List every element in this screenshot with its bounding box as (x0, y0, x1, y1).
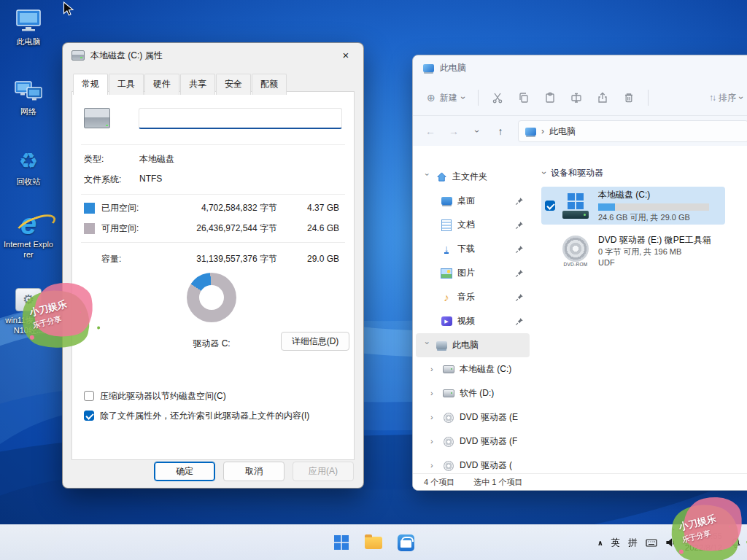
this-pc-icon (525, 128, 536, 136)
details-button[interactable]: 详细信息(D) (281, 332, 349, 351)
forward-button[interactable]: → (444, 122, 464, 141)
drive-info: 0 字节 可用, 共 196 MB (598, 246, 711, 257)
share-button[interactable] (590, 87, 615, 109)
disk-usage-donut-chart (187, 273, 236, 322)
close-button[interactable]: × (333, 47, 359, 64)
dialog-title: 本地磁盘 (C:) 属性 (90, 50, 163, 62)
drive-name: DVD 驱动器 (E:) 微PE工具箱 (598, 234, 711, 246)
taskbar-store-button[interactable] (391, 528, 420, 557)
notification-bell-icon[interactable] (730, 537, 741, 548)
sidebar-item-dvd-f[interactable]: › DVD 驱动器 (F (416, 429, 530, 454)
chevron-down-icon[interactable]: › (423, 342, 431, 349)
sidebar-item-pictures[interactable]: 图片 (416, 261, 530, 285)
tray-time: 14:55 (685, 531, 722, 542)
sidebar-item-documents[interactable]: 文档 (416, 213, 530, 237)
pin-icon (515, 293, 524, 302)
tab-security[interactable]: 安全 (216, 74, 251, 95)
rename-button[interactable] (564, 87, 589, 109)
devices-and-drives-header[interactable]: › 设备和驱动器 (533, 165, 747, 181)
filesystem-row: 文件系统: NTFS (84, 174, 339, 186)
drive-tile-dvd-e[interactable]: DVD-ROM DVD 驱动器 (E:) 微PE工具箱 0 字节 可用, 共 1… (541, 232, 725, 270)
touch-keyboard-icon[interactable] (646, 537, 657, 548)
breadcrumb: 此电脑 (549, 125, 576, 138)
desktop-icon-label: Internet Explorer (3, 240, 54, 260)
taskbar-clock[interactable]: 14:55 2022/8/12 (685, 531, 722, 553)
drive-tile-partial-2[interactable] (734, 232, 747, 270)
explorer-status-bar: 4 个项目 选中 1 个项目 (413, 473, 747, 490)
drive-filesystem: UDF (598, 257, 711, 268)
sidebar-item-music[interactable]: ♪ 音乐 (416, 285, 530, 309)
dialog-titlebar[interactable]: 本地磁盘 (C:) 属性 (63, 43, 363, 68)
compress-checkbox[interactable] (84, 391, 94, 401)
tray-overflow-chevron-icon[interactable]: ∧ (597, 539, 603, 547)
desktop-icon-network[interactable]: 网络 (3, 77, 54, 117)
tool-gear-icon: ⚙ (15, 286, 42, 314)
address-box[interactable]: › 此电脑 (518, 120, 747, 142)
up-button[interactable]: ↑ (490, 122, 511, 141)
chevron-down-icon[interactable]: › (423, 174, 431, 181)
tab-sharing[interactable]: 共享 (180, 74, 215, 95)
compress-checkbox-row[interactable]: 压缩此驱动器以节约磁盘空间(C) (84, 391, 344, 401)
chevron-right-icon[interactable]: › (430, 365, 438, 373)
drive-tile-local-disk-c[interactable]: 本地磁盘 (C:) 24.6 GB 可用, 共 29.0 GB (541, 187, 725, 225)
sidebar-item-local-disk-c[interactable]: › 本地磁盘 (C:) (416, 357, 530, 381)
tab-tools[interactable]: 工具 (109, 74, 144, 95)
used-space-row: 已用空间: 4,702,584,832 字节 4.37 GB (84, 201, 339, 214)
drive-icon (71, 50, 85, 61)
index-checkbox-row[interactable]: 除了文件属性外，还允许索引此驱动器上文件的内容(I) (84, 411, 344, 421)
explorer-titlebar[interactable]: 此电脑 (413, 55, 747, 80)
home-icon (436, 171, 447, 183)
chevron-right-icon[interactable]: › (430, 462, 438, 470)
ok-button[interactable]: 确定 (154, 462, 215, 481)
sidebar-item-downloads[interactable]: ↓ 下载 (416, 237, 530, 261)
paste-button[interactable] (538, 87, 562, 109)
ime-indicator-en[interactable]: 英 (611, 537, 621, 549)
index-checkbox[interactable] (84, 411, 94, 421)
cut-button[interactable] (485, 87, 510, 109)
drive-tile-partial[interactable] (734, 187, 747, 225)
pin-icon (515, 245, 524, 254)
desktop-icon-label: 回收站 (17, 177, 41, 187)
sidebar-item-dvd-3[interactable]: › DVD 驱动器 ( (416, 454, 530, 474)
delete-button[interactable] (616, 87, 641, 109)
drive-info: 24.6 GB 可用, 共 29.0 GB (598, 212, 709, 222)
tile-checkbox[interactable] (545, 201, 555, 211)
back-button[interactable]: ← (420, 122, 441, 141)
volume-icon[interactable] (665, 537, 677, 548)
explorer-title: 此电脑 (440, 62, 466, 74)
start-button[interactable] (327, 528, 356, 557)
chevron-right-icon[interactable]: › (430, 413, 438, 421)
pin-icon (515, 317, 524, 326)
desktop-icon-internet-explorer[interactable]: e Internet Explorer (3, 210, 54, 260)
apply-button[interactable]: 应用(A) (293, 462, 354, 481)
sidebar-item-this-pc[interactable]: › 此电脑 (416, 333, 530, 357)
sidebar-item-drive-d[interactable]: › 软件 (D:) (416, 381, 530, 405)
tab-general[interactable]: 常规 (73, 74, 108, 95)
sidebar-item-desktop[interactable]: 桌面 (416, 189, 530, 213)
copy-button[interactable] (511, 87, 536, 109)
new-button[interactable]: ⊕ 新建 › (420, 88, 471, 108)
tab-hardware[interactable]: 硬件 (144, 74, 179, 95)
copy-icon (518, 92, 530, 104)
taskbar-explorer-button[interactable] (359, 528, 388, 557)
tab-quota[interactable]: 配额 (252, 74, 287, 95)
explorer-address-bar: ← → › ↑ › 此电脑 (413, 116, 747, 147)
desktop-icon-label: 网络 (20, 107, 36, 117)
capacity-bar (598, 203, 709, 211)
chevron-right-icon[interactable]: › (430, 389, 438, 397)
desktop-icon-win11-restore[interactable]: ⚙ win11恢复WIN10经... (3, 286, 54, 336)
ime-indicator-pinyin[interactable]: 拼 (628, 537, 638, 549)
sidebar-item-home[interactable]: › 主文件夹 (416, 165, 530, 189)
sort-button[interactable]: ↑↓ 排序 › (703, 88, 747, 108)
chevron-right-icon[interactable]: › (430, 438, 438, 446)
sidebar-item-dvd-e[interactable]: › DVD 驱动器 (E (416, 405, 530, 429)
sidebar-item-videos[interactable]: ▶ 视频 (416, 309, 530, 333)
desktop-icon-this-pc[interactable]: 此电脑 (3, 7, 54, 47)
explorer-sidebar: › 主文件夹 桌面 文档 ↓ 下载 (413, 146, 533, 474)
tab-strip: 常规 工具 硬件 共享 安全 配额 (73, 74, 287, 94)
desktop-icon-recycle-bin[interactable]: ♻ 回收站 (3, 147, 54, 187)
downloads-icon: ↓ (441, 244, 452, 255)
cancel-button[interactable]: 取消 (223, 462, 285, 481)
recent-locations-button[interactable]: › (467, 122, 487, 141)
volume-label-input[interactable] (139, 108, 342, 129)
